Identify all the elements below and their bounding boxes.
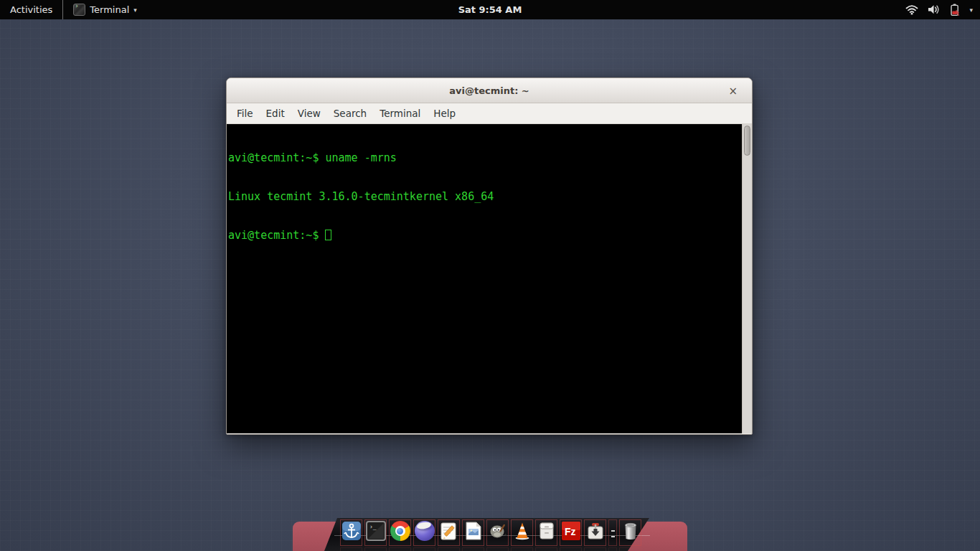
topbar-divider <box>62 0 63 19</box>
volume-icon <box>928 4 941 15</box>
terminal-icon[interactable]: ›_ <box>364 519 387 546</box>
scrollbar-track[interactable] <box>742 124 752 433</box>
file-cabinet-icon[interactable] <box>535 519 557 546</box>
dock-icons: ›_ <box>340 519 641 546</box>
window-menubar: File Edit View Search Terminal Help <box>227 103 752 124</box>
dock-separator <box>608 519 617 546</box>
text-editor-icon[interactable] <box>438 519 460 546</box>
dock: ›_ <box>293 518 687 551</box>
menu-terminal[interactable]: Terminal <box>373 105 427 122</box>
libreoffice-document-icon[interactable] <box>462 519 484 546</box>
menu-edit[interactable]: Edit <box>260 105 291 122</box>
terminal-text: avi@tecmint:~$ uname -mrns Linux tecmint… <box>228 126 741 268</box>
filezilla-label: Fz <box>565 526 576 537</box>
menu-file[interactable]: File <box>230 105 260 122</box>
activities-button[interactable]: Activities <box>0 0 62 19</box>
chevron-down-icon: ▾ <box>133 6 137 14</box>
svg-text:›_: ›_ <box>369 524 377 530</box>
wifi-icon <box>905 4 918 15</box>
filezilla-icon[interactable]: Fz <box>560 519 582 546</box>
terminal-line-prompt: avi@tecmint:~$ <box>228 229 741 242</box>
clock[interactable]: Sat 9:54 AM <box>0 4 980 15</box>
gimp-icon[interactable] <box>486 519 509 546</box>
window-titlebar[interactable]: avi@tecmint: ~ × <box>227 78 752 103</box>
menu-help[interactable]: Help <box>427 105 462 122</box>
close-button[interactable]: × <box>724 78 742 103</box>
package-installer-icon[interactable] <box>584 519 606 546</box>
trash-icon[interactable] <box>619 519 641 546</box>
terminal-app-icon <box>73 4 85 16</box>
vlc-icon[interactable] <box>511 519 533 546</box>
menu-search[interactable]: Search <box>327 105 373 122</box>
menu-view[interactable]: View <box>291 105 327 122</box>
terminal-screen[interactable]: avi@tecmint:~$ uname -mrns Linux tecmint… <box>227 124 752 433</box>
terminal-window: avi@tecmint: ~ × File Edit View Search T… <box>226 77 753 435</box>
top-bar: Activities Terminal ▾ Sat 9:54 AM ▾ <box>0 0 980 19</box>
chrome-icon[interactable] <box>389 519 411 546</box>
scrollbar-thumb[interactable] <box>744 126 750 156</box>
iceweasel-icon[interactable] <box>413 519 435 546</box>
terminal-cursor <box>325 230 331 240</box>
app-menu-label: Terminal <box>90 4 129 15</box>
terminal-line-command: avi@tecmint:~$ uname -mrns <box>228 151 741 164</box>
terminal-line-output: Linux tecmint 3.16.0-tecmintkernel x86_6… <box>228 190 741 203</box>
battery-charging-icon <box>950 4 960 17</box>
docky-anchor-icon[interactable] <box>340 519 362 546</box>
app-menu-button[interactable]: Terminal ▾ <box>67 0 142 19</box>
status-area[interactable]: ▾ <box>905 4 980 17</box>
window-title: avi@tecmint: ~ <box>449 85 529 96</box>
caret-down-icon: ▾ <box>969 6 973 14</box>
